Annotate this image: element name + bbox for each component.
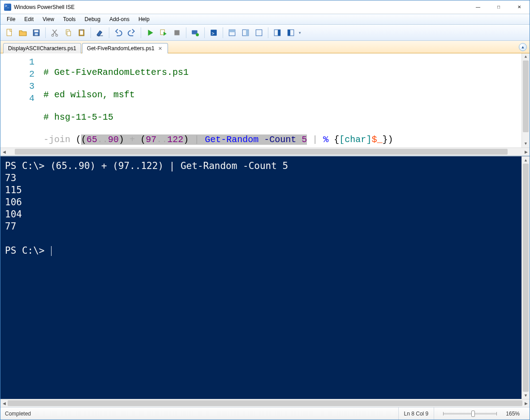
cursor — [51, 246, 52, 256]
new-remote-tab-button[interactable] — [189, 26, 202, 39]
svg-rect-18 — [229, 30, 235, 32]
clear-console-button[interactable] — [94, 26, 106, 39]
scroll-down-icon[interactable]: ▼ — [522, 140, 530, 147]
code-editor[interactable]: 1 2 3 4 # Get-FiveRandomLetters.ps1 # ed… — [0, 53, 530, 147]
redo-button[interactable] — [125, 26, 138, 39]
svg-rect-25 — [288, 30, 290, 36]
statusbar: Completed Ln 8 Col 9 165% — [0, 407, 530, 420]
tab-strip: DisplayASCIICharacters.ps1 Get-FiveRando… — [0, 41, 530, 53]
menu-edit[interactable]: Edit — [20, 15, 38, 24]
menu-help[interactable]: Help — [134, 15, 154, 24]
show-command-button[interactable] — [271, 26, 284, 39]
scroll-right-icon[interactable]: ▶ — [522, 401, 530, 406]
status-position: Ln 8 Col 9 — [398, 407, 434, 420]
scroll-up-icon[interactable]: ▲ — [522, 53, 530, 61]
zoom-knob[interactable] — [471, 411, 475, 417]
run-selection-button[interactable] — [157, 26, 170, 39]
collapse-script-pane-icon[interactable]: ▲ — [519, 43, 527, 51]
run-script-button[interactable] — [144, 26, 156, 39]
console-output[interactable]: PS C:\> (65..90) + (97..122) | Get-Rando… — [5, 160, 521, 395]
maximize-button[interactable]: □ — [488, 0, 509, 14]
new-file-button[interactable] — [3, 26, 16, 39]
scroll-left-icon[interactable]: ◀ — [0, 401, 8, 406]
tab-display-ascii[interactable]: DisplayASCIICharacters.ps1 — [3, 43, 81, 53]
zoom-slider[interactable] — [443, 413, 497, 415]
zoom-value: 165% — [506, 407, 525, 420]
menu-tools[interactable]: Tools — [59, 15, 80, 24]
svg-text:>_: >_ — [212, 30, 218, 36]
open-file-button[interactable] — [17, 26, 29, 39]
console[interactable]: PS C:\> (65..90) + (97..122) | Get-Rando… — [0, 156, 530, 399]
scroll-thumb[interactable] — [8, 400, 522, 406]
menu-addons[interactable]: Add-ons — [105, 15, 134, 24]
close-button[interactable]: ✕ — [509, 0, 530, 14]
show-script-right-button[interactable] — [239, 26, 252, 39]
svg-rect-7 — [67, 31, 71, 35]
svg-rect-10 — [80, 29, 83, 30]
menu-view[interactable]: View — [38, 15, 59, 24]
undo-button[interactable] — [112, 26, 125, 39]
tab-label: DisplayASCIICharacters.ps1 — [8, 45, 76, 52]
show-script-top-button[interactable] — [226, 26, 238, 39]
tab-close-icon[interactable]: ✕ — [157, 46, 163, 52]
console-pane: PS C:\> (65..90) + (97..122) | Get-Rando… — [0, 156, 530, 407]
console-vertical-scrollbar[interactable]: ▲ ▼ — [521, 156, 530, 399]
scroll-right-icon[interactable]: ▶ — [522, 150, 530, 154]
scroll-thumb[interactable] — [523, 164, 529, 392]
titlebar: Windows PowerShell ISE — □ ✕ — [0, 0, 530, 14]
scroll-left-icon[interactable]: ◀ — [0, 150, 8, 154]
stop-button[interactable] — [171, 26, 183, 39]
svg-rect-20 — [246, 30, 249, 36]
toolbar: >_ ▾ — [0, 25, 530, 41]
show-command-addon-button[interactable] — [284, 26, 297, 39]
code-content[interactable]: # Get-FiveRandomLetters.ps1 # ed wilson,… — [41, 53, 521, 147]
scroll-thumb[interactable] — [15, 149, 508, 155]
script-pane: 1 2 3 4 # Get-FiveRandomLetters.ps1 # ed… — [0, 53, 530, 156]
menu-debug[interactable]: Debug — [80, 15, 105, 24]
toolbar-overflow-icon[interactable]: ▾ — [299, 30, 301, 35]
cut-button[interactable] — [48, 26, 61, 39]
window-title: Windows PowerShell ISE — [14, 4, 468, 10]
menubar: File Edit View Tools Debug Add-ons Help — [0, 14, 530, 25]
svg-rect-21 — [256, 30, 262, 36]
line-gutter: 1 2 3 4 — [0, 53, 41, 147]
console-horizontal-scrollbar[interactable]: ◀ ▶ — [0, 399, 530, 407]
copy-button[interactable] — [62, 26, 74, 39]
scroll-down-icon[interactable]: ▼ — [522, 392, 530, 399]
tab-get-five-random[interactable]: Get-FiveRandomLetters.ps1 ✕ — [82, 43, 168, 53]
svg-rect-12 — [174, 30, 179, 35]
start-powershell-button[interactable]: >_ — [207, 26, 220, 39]
svg-rect-23 — [278, 30, 280, 36]
save-button[interactable] — [30, 26, 43, 39]
tab-label: Get-FiveRandomLetters.ps1 — [87, 45, 155, 52]
editor-vertical-scrollbar[interactable]: ▲ ▼ — [521, 53, 530, 147]
editor-horizontal-scrollbar[interactable]: ◀ ▶ — [0, 147, 530, 156]
app-icon — [4, 4, 11, 11]
status-state: Completed — [5, 411, 31, 417]
paste-button[interactable] — [75, 26, 88, 39]
show-script-max-button[interactable] — [253, 26, 265, 39]
scroll-up-icon[interactable]: ▲ — [522, 156, 530, 164]
scroll-thumb[interactable] — [523, 61, 529, 132]
svg-rect-9 — [80, 30, 83, 35]
menu-file[interactable]: File — [2, 15, 20, 24]
svg-rect-3 — [35, 33, 38, 35]
svg-rect-2 — [34, 30, 39, 32]
minimize-button[interactable]: — — [468, 0, 488, 14]
svg-point-14 — [196, 33, 199, 36]
zoom-control[interactable] — [434, 407, 506, 420]
